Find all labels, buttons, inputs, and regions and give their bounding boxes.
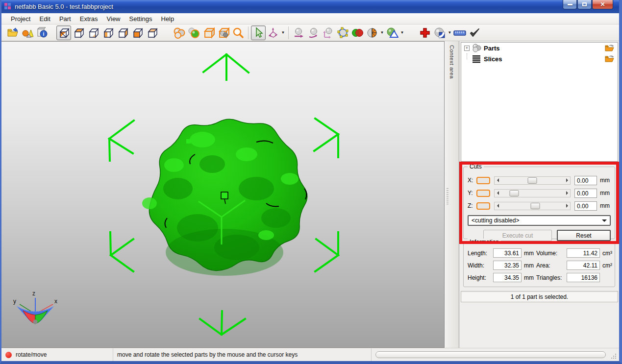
splitter-grip[interactable] — [447, 188, 448, 206]
new-repair-button[interactable] — [418, 25, 432, 40]
slider-track[interactable] — [502, 190, 562, 197]
window-title: netfabb Basic 5.0 - test.fabbproject — [15, 3, 113, 10]
expand-icon[interactable]: + — [464, 46, 470, 51]
boolean-operation-icon — [351, 27, 364, 39]
cut-y-slider[interactable] — [494, 189, 571, 197]
magnify-icon — [232, 27, 244, 39]
view-bottom-icon — [102, 27, 114, 39]
menu-help[interactable]: Help — [157, 14, 179, 24]
slider-left-arrow[interactable] — [495, 202, 501, 210]
zoom-box-button[interactable] — [201, 25, 216, 40]
magnify-button[interactable] — [231, 25, 246, 40]
slider-right-arrow[interactable] — [564, 177, 570, 184]
tree-row-parts[interactable]: + Parts — [461, 43, 618, 53]
move-part-button[interactable] — [291, 25, 306, 40]
slider-thumb[interactable] — [531, 203, 540, 209]
cut-z-slider[interactable] — [494, 202, 571, 210]
cut-part-button[interactable] — [365, 25, 379, 40]
add-part-button[interactable] — [20, 25, 35, 40]
menu-settings[interactable]: Settings — [125, 14, 157, 24]
checkmark-icon — [469, 27, 480, 39]
menu-extras[interactable]: Extras — [75, 14, 102, 24]
slider-left-arrow[interactable] — [495, 177, 501, 184]
apply-check-button[interactable] — [467, 25, 482, 40]
netfabb-tool-button[interactable] — [432, 25, 447, 40]
cut-x-slider[interactable] — [494, 176, 571, 185]
zoom-to-parts-button[interactable] — [172, 25, 187, 40]
repair-part-dropdown[interactable]: ▼ — [399, 25, 405, 40]
close-button[interactable]: ✕ — [592, 0, 613, 9]
parts-folder-button[interactable] — [605, 44, 615, 52]
view-left-button[interactable] — [86, 25, 100, 40]
netfabb-tool-dropdown[interactable]: ▼ — [447, 25, 452, 40]
title-bar[interactable]: netfabb Basic 5.0 - test.fabbproject ✕ — [1, 0, 619, 13]
view-right-button[interactable] — [115, 25, 130, 40]
cut-z-value-field[interactable]: 0.00 — [574, 201, 597, 211]
length-unit: mm — [522, 250, 536, 257]
menu-view[interactable]: View — [102, 14, 125, 24]
repair-part-button[interactable] — [385, 25, 399, 40]
cut-row-x: X: 0.00 mm — [468, 174, 611, 187]
cut-z-toggle-button[interactable] — [476, 202, 490, 210]
zoom-scene-button[interactable] — [216, 25, 231, 40]
part-model[interactable] — [142, 119, 307, 276]
open-project-icon — [7, 27, 19, 39]
cutting-mode-value: <cutting disabled> — [472, 217, 602, 224]
rotate-part-button[interactable] — [306, 25, 321, 40]
cut-part-dropdown[interactable]: ▼ — [379, 25, 385, 40]
boolean-operation-button[interactable] — [350, 25, 365, 40]
pivot-handle[interactable] — [221, 192, 228, 199]
app-window: netfabb Basic 5.0 - test.fabbproject ✕ P… — [0, 0, 622, 364]
tree-label-slices: Slices — [484, 55, 502, 63]
height-value: 34.35 — [493, 273, 522, 282]
cutting-mode-select[interactable]: <cutting disabled> — [468, 215, 611, 226]
view-top-button[interactable] — [145, 25, 159, 40]
slices-folder-button[interactable] — [605, 55, 615, 63]
slider-thumb[interactable] — [528, 177, 537, 184]
context-area-tab[interactable]: Context area — [445, 41, 459, 348]
area-unit: cm² — [600, 262, 615, 269]
measure-tool-button[interactable] — [452, 25, 467, 40]
rotate-view-dropdown[interactable]: ▼ — [280, 25, 286, 40]
cut-row-z: Z: 0.00 mm — [468, 199, 611, 212]
slider-left-arrow[interactable] — [495, 190, 501, 197]
triangles-label: Triangles: — [536, 274, 567, 281]
minimize-button[interactable] — [563, 0, 577, 9]
maximize-button[interactable] — [577, 0, 592, 9]
height-label: Height: — [468, 274, 493, 281]
axis-label-y: y — [13, 298, 16, 305]
slider-track[interactable] — [502, 202, 562, 210]
menu-part[interactable]: Part — [55, 14, 75, 24]
red-cross-icon — [419, 27, 431, 39]
resize-grip[interactable] — [611, 353, 617, 360]
select-tool-button[interactable] — [251, 25, 266, 40]
menu-project[interactable]: Project — [6, 14, 35, 24]
zoom-to-selected-button[interactable] — [187, 25, 201, 40]
rotate-view-icon — [267, 27, 279, 39]
slider-track[interactable] — [502, 177, 562, 184]
scale-part-button[interactable] — [321, 25, 335, 40]
project-information-button[interactable]: i — [35, 25, 50, 40]
cut-x-value-field[interactable]: 0.00 — [574, 176, 597, 185]
cut-x-toggle-button[interactable] — [476, 177, 490, 184]
slider-right-arrow[interactable] — [564, 202, 570, 210]
volume-value: 11.42 — [567, 248, 600, 258]
edit-triangles-button[interactable] — [335, 25, 350, 40]
slider-thumb[interactable] — [510, 190, 519, 196]
open-project-button[interactable] — [5, 25, 20, 40]
view-bottom-button[interactable] — [100, 25, 115, 40]
view-front-button[interactable] — [130, 25, 145, 40]
reset-button[interactable]: Reset — [557, 230, 611, 241]
cut-y-toggle-button[interactable] — [476, 190, 490, 197]
menu-edit[interactable]: Edit — [35, 14, 54, 24]
cuts-group: Cuts X: 0.00 mm Y: — [463, 167, 615, 239]
tree-row-slices[interactable]: Slices — [461, 53, 618, 64]
slider-right-arrow[interactable] — [564, 190, 570, 197]
context-area-label: Context area — [449, 45, 455, 79]
cut-part-icon — [366, 27, 378, 39]
rotate-view-tool-button[interactable] — [266, 25, 280, 40]
view-orthographic-button[interactable] — [56, 25, 71, 40]
cut-y-value-field[interactable]: 0.00 — [574, 189, 597, 198]
view-back-button[interactable] — [71, 25, 86, 40]
viewport-3d[interactable]: z y x — [1, 41, 445, 348]
